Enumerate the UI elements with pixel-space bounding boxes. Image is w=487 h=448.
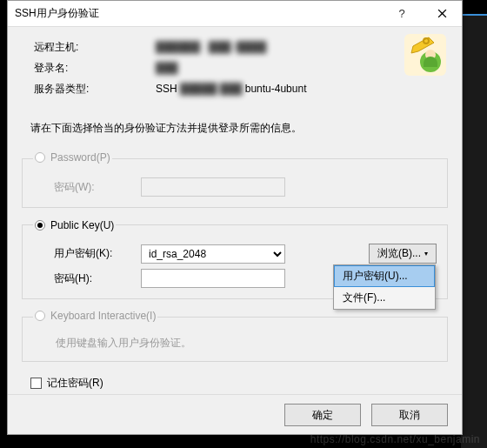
password-section: Password(P) 密码(W):	[22, 151, 448, 208]
background-panel	[461, 14, 487, 448]
login-name-label: 登录名:	[34, 61, 156, 76]
cancel-button[interactable]: 取消	[371, 404, 448, 426]
login-name-value: ███	[156, 62, 178, 74]
remote-host-value: ██████ · ███ /████	[156, 41, 266, 53]
remote-host-label: 远程主机:	[34, 40, 156, 55]
instruction-text: 请在下面选择恰当的身份验证方法并提供登录所需的信息。	[8, 112, 462, 143]
password-field-label: 密码(W):	[54, 180, 132, 195]
keyboard-interactive-section: Keyboard Interactive(I) 使用键盘输入用户身份验证。	[22, 310, 448, 362]
dialog-footer: 确定 取消	[8, 394, 462, 435]
radio-icon	[35, 152, 45, 163]
publickey-section: Public Key(U) 用户密钥(K): id_rsa_2048 浏览(B)…	[22, 218, 448, 299]
dialog-title: SSH用户身份验证	[15, 6, 382, 21]
ssh-auth-dialog: SSH用户身份验证 ? 远程主机: ██████ · ███ /████ 登录名…	[7, 0, 463, 435]
password-radio-label: Password(P)	[50, 151, 110, 164]
close-icon	[437, 9, 447, 18]
user-key-label: 用户密钥(K):	[54, 246, 132, 261]
password-input	[141, 177, 285, 197]
publickey-radio-label: Public Key(U)	[50, 219, 114, 231]
kbi-radio[interactable]: Keyboard Interactive(I)	[35, 310, 156, 322]
key-password-input[interactable]	[141, 269, 285, 288]
browse-button[interactable]: 浏览(B)... ▾ 用户密钥(U)... 文件(F)...	[369, 244, 437, 264]
user-key-select[interactable]: id_rsa_2048	[141, 244, 285, 264]
key-password-label: 密码(H):	[54, 271, 132, 286]
close-button[interactable]	[422, 1, 462, 27]
menu-user-key[interactable]: 用户密钥(U)...	[334, 265, 435, 287]
watermark: https://blog.csdn.net/xu_benjamin	[310, 433, 480, 445]
title-bar: SSH用户身份验证 ?	[8, 1, 462, 27]
browse-dropdown-menu: 用户密钥(U)... 文件(F)...	[333, 264, 436, 310]
kbi-radio-label: Keyboard Interactive(I)	[50, 310, 156, 322]
server-type-label: 服务器类型:	[34, 82, 156, 97]
ok-button[interactable]: 确定	[284, 404, 361, 426]
radio-icon	[35, 311, 45, 321]
chevron-down-icon: ▾	[424, 250, 428, 257]
password-radio[interactable]: Password(P)	[35, 151, 110, 164]
remember-password-label: 记住密码(R)	[47, 376, 103, 391]
browse-button-label: 浏览(B)...	[377, 246, 421, 261]
server-type-value: SSH █████ ███ buntu-4ubunt	[156, 83, 306, 95]
help-button[interactable]: ?	[382, 1, 422, 27]
radio-icon	[35, 220, 45, 231]
key-avatar-icon	[404, 34, 446, 76]
kbi-note: 使用键盘输入用户身份验证。	[56, 336, 437, 351]
publickey-radio[interactable]: Public Key(U)	[35, 219, 114, 231]
remember-password-checkbox[interactable]	[30, 378, 42, 389]
connection-info: 远程主机: ██████ · ███ /████ 登录名: ███ 服务器类型:…	[8, 27, 462, 112]
menu-file[interactable]: 文件(F)...	[334, 287, 435, 309]
